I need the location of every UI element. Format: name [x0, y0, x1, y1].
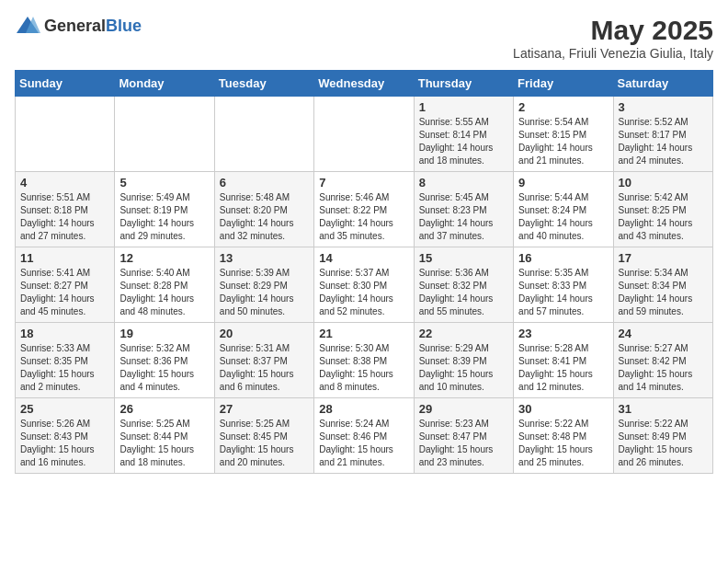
cell-date: 3 — [619, 100, 708, 114]
cell-info: Sunrise: 5:29 AM Sunset: 8:39 PM Dayligh… — [419, 342, 508, 394]
calendar-cell: 11Sunrise: 5:41 AM Sunset: 8:27 PM Dayli… — [16, 247, 115, 323]
cell-info: Sunrise: 5:34 AM Sunset: 8:34 PM Dayligh… — [619, 267, 708, 318]
cell-date: 1 — [419, 100, 508, 114]
calendar-cell: 1Sunrise: 5:55 AM Sunset: 8:14 PM Daylig… — [414, 97, 513, 172]
cell-info: Sunrise: 5:36 AM Sunset: 8:32 PM Dayligh… — [419, 267, 508, 318]
calendar-cell: 31Sunrise: 5:22 AM Sunset: 8:49 PM Dayli… — [613, 398, 712, 474]
cell-date: 24 — [619, 327, 708, 340]
cell-info: Sunrise: 5:28 AM Sunset: 8:41 PM Dayligh… — [518, 342, 608, 394]
calendar-cell: 20Sunrise: 5:31 AM Sunset: 8:37 PM Dayli… — [214, 323, 313, 398]
calendar-cell: 12Sunrise: 5:40 AM Sunset: 8:28 PM Dayli… — [115, 247, 214, 323]
calendar-week-row: 25Sunrise: 5:26 AM Sunset: 8:43 PM Dayli… — [16, 398, 713, 474]
day-header-friday: Friday — [514, 71, 613, 97]
logo: GeneralBlue — [15, 15, 142, 37]
calendar-cell: 15Sunrise: 5:36 AM Sunset: 8:32 PM Dayli… — [414, 247, 513, 323]
cell-info: Sunrise: 5:54 AM Sunset: 8:15 PM Dayligh… — [518, 116, 608, 167]
calendar-cell: 30Sunrise: 5:22 AM Sunset: 8:48 PM Dayli… — [514, 398, 613, 474]
calendar-cell: 9Sunrise: 5:44 AM Sunset: 8:24 PM Daylig… — [514, 172, 613, 247]
calendar-cell — [214, 97, 313, 172]
cell-date: 8 — [419, 176, 508, 190]
cell-date: 20 — [220, 327, 309, 340]
calendar-cell — [115, 97, 214, 172]
cell-date: 19 — [119, 327, 209, 340]
calendar-cell — [16, 97, 115, 172]
cell-info: Sunrise: 5:45 AM Sunset: 8:23 PM Dayligh… — [419, 191, 508, 243]
cell-info: Sunrise: 5:51 AM Sunset: 8:18 PM Dayligh… — [20, 191, 109, 243]
calendar-cell: 21Sunrise: 5:30 AM Sunset: 8:38 PM Dayli… — [314, 323, 414, 398]
calendar-cell — [314, 97, 414, 172]
calendar-cell: 26Sunrise: 5:25 AM Sunset: 8:44 PM Dayli… — [115, 398, 214, 474]
cell-date: 9 — [518, 176, 608, 190]
cell-info: Sunrise: 5:30 AM Sunset: 8:38 PM Dayligh… — [319, 342, 408, 394]
calendar-subtitle: Latisana, Friuli Venezia Giulia, Italy — [513, 46, 713, 61]
cell-info: Sunrise: 5:42 AM Sunset: 8:25 PM Dayligh… — [619, 191, 708, 243]
cell-date: 18 — [20, 327, 109, 340]
title-area: May 2025 Latisana, Friuli Venezia Giulia… — [513, 15, 713, 61]
cell-date: 30 — [518, 402, 608, 416]
cell-info: Sunrise: 5:25 AM Sunset: 8:45 PM Dayligh… — [220, 418, 309, 469]
cell-info: Sunrise: 5:35 AM Sunset: 8:33 PM Dayligh… — [518, 267, 608, 318]
day-header-thursday: Thursday — [414, 71, 513, 97]
header: GeneralBlue May 2025 Latisana, Friuli Ve… — [15, 15, 713, 61]
calendar-cell: 6Sunrise: 5:48 AM Sunset: 8:20 PM Daylig… — [214, 172, 313, 247]
day-header-monday: Monday — [115, 71, 214, 97]
cell-info: Sunrise: 5:52 AM Sunset: 8:17 PM Dayligh… — [619, 116, 708, 167]
day-header-sunday: Sunday — [16, 71, 115, 97]
calendar-cell: 3Sunrise: 5:52 AM Sunset: 8:17 PM Daylig… — [613, 97, 712, 172]
calendar-cell: 23Sunrise: 5:28 AM Sunset: 8:41 PM Dayli… — [514, 323, 613, 398]
calendar-cell: 14Sunrise: 5:37 AM Sunset: 8:30 PM Dayli… — [314, 247, 414, 323]
cell-date: 11 — [20, 251, 109, 265]
cell-info: Sunrise: 5:25 AM Sunset: 8:44 PM Dayligh… — [119, 418, 209, 469]
cell-date: 21 — [319, 327, 408, 340]
cell-info: Sunrise: 5:46 AM Sunset: 8:22 PM Dayligh… — [319, 191, 408, 243]
cell-date: 22 — [419, 327, 508, 340]
calendar-cell: 4Sunrise: 5:51 AM Sunset: 8:18 PM Daylig… — [16, 172, 115, 247]
calendar-body: 1Sunrise: 5:55 AM Sunset: 8:14 PM Daylig… — [16, 97, 713, 474]
cell-date: 25 — [20, 402, 109, 416]
cell-info: Sunrise: 5:39 AM Sunset: 8:29 PM Dayligh… — [220, 267, 309, 318]
cell-date: 15 — [419, 251, 508, 265]
calendar-cell: 8Sunrise: 5:45 AM Sunset: 8:23 PM Daylig… — [414, 172, 513, 247]
calendar-title: May 2025 — [513, 15, 713, 46]
cell-info: Sunrise: 5:44 AM Sunset: 8:24 PM Dayligh… — [518, 191, 608, 243]
calendar-table: SundayMondayTuesdayWednesdayThursdayFrid… — [15, 70, 713, 474]
cell-date: 16 — [518, 251, 608, 265]
cell-date: 10 — [619, 176, 708, 190]
cell-info: Sunrise: 5:22 AM Sunset: 8:49 PM Dayligh… — [619, 418, 708, 469]
cell-date: 13 — [220, 251, 309, 265]
cell-info: Sunrise: 5:48 AM Sunset: 8:20 PM Dayligh… — [220, 191, 309, 243]
day-header-tuesday: Tuesday — [214, 71, 313, 97]
calendar-week-row: 11Sunrise: 5:41 AM Sunset: 8:27 PM Dayli… — [16, 247, 713, 323]
cell-info: Sunrise: 5:27 AM Sunset: 8:42 PM Dayligh… — [619, 342, 708, 394]
calendar-cell: 7Sunrise: 5:46 AM Sunset: 8:22 PM Daylig… — [314, 172, 414, 247]
cell-date: 2 — [518, 100, 608, 114]
cell-info: Sunrise: 5:37 AM Sunset: 8:30 PM Dayligh… — [319, 267, 408, 318]
calendar-week-row: 1Sunrise: 5:55 AM Sunset: 8:14 PM Daylig… — [16, 97, 713, 172]
cell-info: Sunrise: 5:31 AM Sunset: 8:37 PM Dayligh… — [220, 342, 309, 394]
calendar-cell: 18Sunrise: 5:33 AM Sunset: 8:35 PM Dayli… — [16, 323, 115, 398]
logo-text: GeneralBlue — [44, 17, 142, 36]
calendar-cell: 13Sunrise: 5:39 AM Sunset: 8:29 PM Dayli… — [214, 247, 313, 323]
cell-info: Sunrise: 5:24 AM Sunset: 8:46 PM Dayligh… — [319, 418, 408, 469]
calendar-cell: 2Sunrise: 5:54 AM Sunset: 8:15 PM Daylig… — [514, 97, 613, 172]
calendar-week-row: 4Sunrise: 5:51 AM Sunset: 8:18 PM Daylig… — [16, 172, 713, 247]
cell-info: Sunrise: 5:33 AM Sunset: 8:35 PM Dayligh… — [20, 342, 109, 394]
calendar-cell: 17Sunrise: 5:34 AM Sunset: 8:34 PM Dayli… — [613, 247, 712, 323]
cell-info: Sunrise: 5:23 AM Sunset: 8:47 PM Dayligh… — [419, 418, 508, 469]
calendar-cell: 16Sunrise: 5:35 AM Sunset: 8:33 PM Dayli… — [514, 247, 613, 323]
cell-date: 14 — [319, 251, 408, 265]
day-header-saturday: Saturday — [613, 71, 712, 97]
cell-date: 31 — [619, 402, 708, 416]
cell-date: 26 — [119, 402, 209, 416]
cell-date: 12 — [119, 251, 209, 265]
calendar-week-row: 18Sunrise: 5:33 AM Sunset: 8:35 PM Dayli… — [16, 323, 713, 398]
cell-date: 4 — [20, 176, 109, 190]
cell-info: Sunrise: 5:40 AM Sunset: 8:28 PM Dayligh… — [119, 267, 209, 318]
cell-date: 28 — [319, 402, 408, 416]
cell-date: 5 — [119, 176, 209, 190]
cell-date: 23 — [518, 327, 608, 340]
day-header-wednesday: Wednesday — [314, 71, 414, 97]
cell-info: Sunrise: 5:32 AM Sunset: 8:36 PM Dayligh… — [119, 342, 209, 394]
cell-date: 27 — [220, 402, 309, 416]
cell-date: 7 — [319, 176, 408, 190]
